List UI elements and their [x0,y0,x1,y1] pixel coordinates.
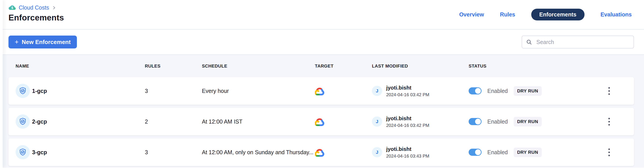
new-enforcement-button[interactable]: + New Enforcement [8,36,77,48]
tab-enforcements[interactable]: Enforcements [531,9,584,20]
tab-rules[interactable]: Rules [500,11,515,18]
search-input[interactable] [522,36,634,48]
top-nav: Overview Rules Enforcements Evaluations [459,0,632,29]
page-title: Enforcements [8,13,64,22]
toolbar: + New Enforcement [0,30,644,55]
column-header-rules: RULES [145,64,202,69]
table-row[interactable]: 1-gcp 3 Every hour J jyoti.bisht 2024-04… [8,77,634,105]
table-row[interactable]: 2-gcp 2 At 12:00 AM IST J jyoti.bisht 20… [8,108,634,135]
new-enforcement-label: New Enforcement [22,39,71,46]
modified-by: jyoti.bisht [386,85,429,91]
table-row[interactable]: 3-gcp 3 At 12:00 AM, only on Sunday and … [8,138,634,166]
column-header-target: TARGET [315,64,372,69]
sidebar-edge-shadow [0,0,3,168]
toggle-knob [475,119,481,124]
enforcements-table: NAME RULES SCHEDULE TARGET LAST MODIFIED… [0,55,644,168]
enforcement-avatar [16,84,30,98]
user-avatar: J [372,116,382,127]
enforcement-avatar [16,114,30,129]
row-menu-kebab-icon[interactable] [606,116,612,128]
search-box [522,36,634,48]
column-header-last-modified: LAST MODIFIED [372,64,469,69]
plus-icon: + [15,39,19,45]
column-header-schedule: SCHEDULE [202,64,315,69]
gcp-target-icon [315,86,324,95]
modified-date: 2024-04-16 03:42 PM [386,92,429,97]
enabled-toggle[interactable] [469,149,482,156]
dry-run-badge: DRY RUN [514,117,542,126]
header-left: $ Cloud Costs Enforcements [8,0,64,29]
user-avatar: J [372,86,382,96]
status-label: Enabled [487,88,508,94]
dry-run-badge: DRY RUN [514,86,542,96]
enabled-toggle[interactable] [469,87,482,94]
shield-check-icon [18,117,27,126]
breadcrumb-cloud-costs-link[interactable]: Cloud Costs [19,4,49,11]
gcp-target-icon [315,148,324,157]
modified-by: jyoti.bisht [386,146,429,152]
column-header-status: STATUS [469,64,591,69]
rules-count: 2 [145,118,202,125]
table-header-row: NAME RULES SCHEDULE TARGET LAST MODIFIED… [8,55,634,77]
toggle-knob [475,149,481,155]
enforcement-avatar [16,145,30,159]
tab-overview[interactable]: Overview [459,11,484,18]
gcp-target-icon [315,117,324,126]
user-avatar: J [372,147,382,157]
schedule-text: At 12:00 AM IST [202,118,314,125]
breadcrumb: $ Cloud Costs [8,4,64,11]
svg-text:$: $ [11,6,13,9]
row-menu-kebab-icon[interactable] [606,85,612,97]
column-header-name: NAME [16,64,145,69]
search-icon [526,39,532,45]
cloud-costs-icon: $ [8,5,16,11]
dry-run-badge: DRY RUN [514,148,542,157]
chevron-right-icon [52,6,56,10]
modified-date: 2024-04-16 03:42 PM [386,123,429,128]
schedule-text: Every hour [202,88,314,94]
enforcement-name[interactable]: 1-gcp [32,88,47,94]
status-label: Enabled [487,149,508,156]
status-label: Enabled [487,118,508,125]
rules-count: 3 [145,88,202,94]
modified-date: 2024-04-16 03:43 PM [386,154,429,159]
enforcement-name[interactable]: 3-gcp [32,149,47,156]
schedule-text: At 12:00 AM, only on Sunday and Thursday… [202,149,314,156]
enabled-toggle[interactable] [469,118,482,125]
rules-count: 3 [145,149,202,156]
row-menu-kebab-icon[interactable] [606,146,612,159]
toggle-knob [475,88,481,94]
page-header: $ Cloud Costs Enforcements Overview Rule… [0,0,644,30]
tab-evaluations[interactable]: Evaluations [600,11,632,18]
shield-check-icon [18,86,27,95]
enforcement-name[interactable]: 2-gcp [32,118,47,125]
modified-by: jyoti.bisht [386,115,429,122]
shield-check-icon [18,148,27,157]
